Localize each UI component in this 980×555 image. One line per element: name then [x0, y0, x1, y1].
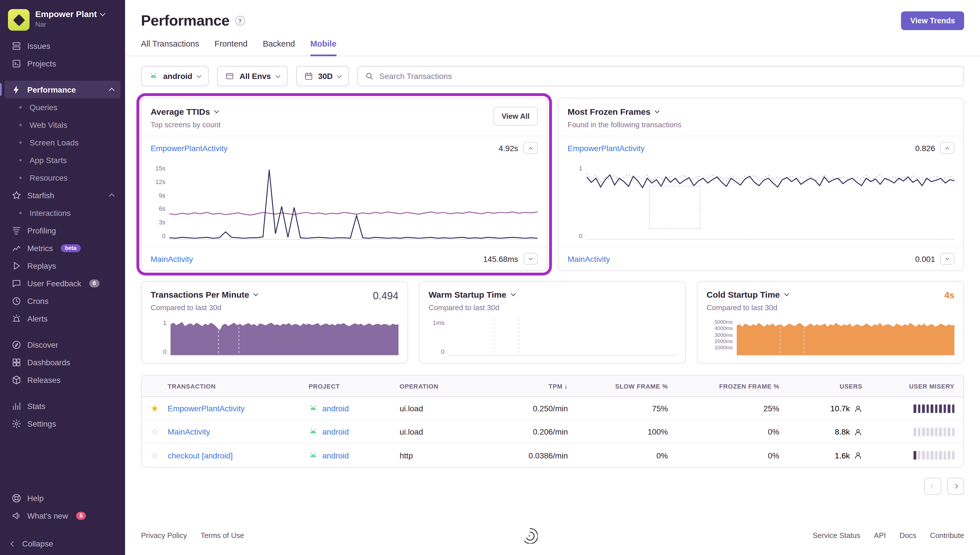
docs-link[interactable]: Docs [900, 531, 916, 539]
next-page-button[interactable] [947, 478, 964, 495]
transaction-link[interactable]: EmpowerPlantActivity [168, 404, 308, 413]
sidebar-item-releases[interactable]: Releases [5, 371, 120, 388]
help-icon[interactable] [235, 16, 245, 26]
footer-right-links: Service Status API Docs Contribute [813, 531, 964, 539]
service-status-link[interactable]: Service Status [813, 531, 860, 539]
sidebar-item-metrics[interactable]: Metricsbeta [5, 239, 120, 257]
whats-new-count-badge: 5 [76, 512, 86, 520]
page-title: Performance [141, 12, 230, 29]
sidebar-item-screen-loads[interactable]: Screen Loads [5, 133, 120, 151]
operation-cell: ui.load [400, 404, 483, 413]
sidebar-item-app-starts[interactable]: App Starts [5, 151, 120, 169]
column-slow-frame[interactable]: SLOW FRAME % [568, 383, 668, 390]
sidebar-item-settings[interactable]: Settings [5, 415, 120, 432]
play-icon [11, 260, 22, 271]
column-transaction[interactable]: TRANSACTION [168, 383, 308, 390]
clock-icon [11, 296, 22, 306]
transaction-link[interactable]: MainActivity [151, 254, 193, 263]
expand-toggle-button[interactable] [523, 253, 537, 265]
sidebar-item-starfish[interactable]: Starfish [5, 186, 120, 204]
siren-icon [11, 313, 22, 324]
warm-startup-title-select[interactable]: Warm Startup Time [429, 290, 676, 299]
tpm-title-select[interactable]: Transactions Per Minute [151, 290, 398, 299]
user-icon [854, 427, 862, 436]
cold-startup-card: Cold Startup Time Compared to last 30d 4… [697, 281, 964, 364]
cold-startup-value: 4s [944, 290, 954, 300]
column-project[interactable]: PROJECT [308, 383, 400, 390]
favorite-star-outline[interactable] [141, 427, 168, 437]
frozen-frames-title-select[interactable]: Most Frozen Frames [567, 107, 681, 117]
transaction-link[interactable]: MainActivity [168, 427, 308, 436]
sidebar-item-resources[interactable]: Resources [5, 169, 120, 186]
transaction-link[interactable]: EmpowerPlantActivity [567, 143, 644, 152]
pagination [125, 467, 980, 495]
chevron-down-icon [655, 109, 660, 113]
sidebar-item-replays[interactable]: Replays [5, 257, 120, 274]
projects-icon [11, 58, 22, 69]
cold-startup-title-select[interactable]: Cold Startup Time [707, 290, 954, 299]
view-trends-button[interactable]: View Trends [901, 11, 964, 30]
sidebar-item-profiling[interactable]: Profiling [5, 221, 120, 239]
sidebar-item-user-feedback[interactable]: User Feedback8 [5, 274, 120, 292]
view-all-button[interactable]: View All [494, 107, 537, 125]
column-users[interactable]: USERS [779, 383, 862, 390]
collapse-toggle-button[interactable] [523, 142, 537, 154]
table-row: EmpowerPlantActivity android ui.load 0.2… [141, 397, 964, 420]
sidebar-item-alerts[interactable]: Alerts [5, 310, 120, 327]
sidebar-item-interactions[interactable]: Interactions [5, 204, 120, 221]
chevron-right-icon [953, 484, 958, 489]
ttid-row-mainactivity: MainActivity 145.68ms [141, 247, 546, 270]
sidebar-item-projects[interactable]: Projects [5, 55, 120, 72]
column-user-misery[interactable]: USER MISERY [862, 383, 964, 390]
expand-toggle-button[interactable] [940, 253, 954, 265]
date-range-filter[interactable]: 30D [296, 66, 349, 87]
tab-mobile[interactable]: Mobile [310, 39, 337, 56]
sidebar-item-whats-new[interactable]: What's new5 [5, 507, 120, 525]
tpm-cell: 0.250/min [483, 404, 568, 413]
previous-page-button[interactable] [924, 478, 941, 495]
tab-backend[interactable]: Backend [263, 39, 295, 56]
widget-row-2: Transactions Per Minute Compared to last… [125, 271, 980, 364]
terms-of-use-link[interactable]: Terms of Use [201, 531, 244, 539]
project-link[interactable]: android [308, 451, 400, 460]
average-ttids-card: Average TTIDs Top screens by count View … [141, 98, 547, 271]
sidebar-item-web-vitals[interactable]: Web Vitals [5, 116, 120, 133]
privacy-policy-link[interactable]: Privacy Policy [141, 531, 187, 539]
sidebar-item-stats[interactable]: Stats [5, 397, 120, 415]
sidebar-item-help[interactable]: Help [5, 489, 120, 507]
feedback-bubble-icon [11, 278, 22, 288]
search-input[interactable] [379, 72, 957, 81]
project-link[interactable]: android [308, 427, 400, 436]
tab-frontend[interactable]: Frontend [215, 39, 247, 56]
collapse-toggle-button[interactable] [940, 142, 954, 154]
sidebar-item-crons[interactable]: Crons [5, 292, 120, 310]
sidebar-item-dashboards[interactable]: Dashboards [5, 353, 120, 371]
sidebar-collapse-button[interactable]: Collapse [0, 532, 125, 555]
ttid-row-empowerplantactivity: EmpowerPlantActivity 4.92s [141, 136, 546, 160]
favorite-star-outline[interactable] [141, 450, 168, 460]
frozen-frame-cell: 0% [668, 427, 779, 436]
nav-flex-spacer [0, 432, 125, 489]
org-switcher[interactable]: Empower Plant Nar [0, 0, 125, 36]
contribute-link[interactable]: Contribute [930, 531, 964, 539]
column-tpm-sorted[interactable]: TPM [483, 382, 568, 390]
sidebar-item-performance[interactable]: Performance [5, 81, 120, 98]
project-link[interactable]: android [308, 404, 400, 413]
transaction-link[interactable]: MainActivity [567, 254, 610, 263]
project-filter[interactable]: android [141, 66, 209, 87]
api-link[interactable]: API [874, 531, 886, 539]
transaction-link[interactable]: EmpowerPlantActivity [151, 143, 228, 152]
average-ttids-title-select[interactable]: Average TTIDs [151, 107, 220, 117]
sidebar-item-queries[interactable]: Queries [5, 98, 120, 116]
sidebar-item-discover[interactable]: Discover [5, 336, 120, 353]
search-box[interactable] [358, 66, 964, 87]
sidebar-item-issues[interactable]: Issues [5, 37, 120, 55]
transaction-link[interactable]: checkout [android] [168, 451, 308, 460]
page-header: Performance View Trends [125, 0, 980, 30]
column-frozen-frame[interactable]: FROZEN FRAME % [668, 383, 779, 390]
favorite-star-filled[interactable] [141, 403, 168, 414]
tpm-chart [170, 319, 398, 356]
environment-filter[interactable]: All Envs [217, 66, 288, 87]
tab-all-transactions[interactable]: All Transactions [141, 39, 199, 56]
column-operation[interactable]: OPERATION [400, 383, 483, 390]
